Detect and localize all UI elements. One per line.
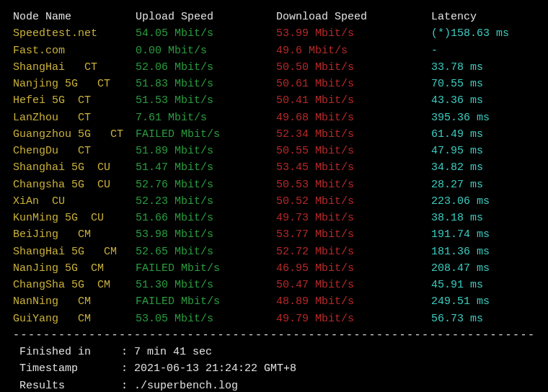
- footer-results-value: : ./superbench.log: [121, 378, 238, 393]
- cell-download: 49.6 Mbit/s: [276, 43, 431, 59]
- cell-upload: 52.76 Mbit/s: [136, 177, 276, 193]
- cell-upload: 54.05 Mbit/s: [136, 25, 276, 42]
- cell-latency: 181.36 ms: [431, 244, 535, 260]
- cell-download: 50.53 Mbit/s: [276, 177, 431, 193]
- table-row: ShangHai CT52.06 Mbit/s50.50 Mbit/s33.78…: [13, 59, 535, 76]
- cell-node: Hefei 5G CT: [13, 92, 136, 109]
- cell-node: Speedtest.net: [13, 25, 136, 42]
- cell-node: ShangHai 5G CM: [13, 244, 136, 260]
- cell-latency: -: [431, 43, 535, 59]
- cell-node: NanJing 5G CM: [13, 260, 136, 277]
- table-row: KunMing 5G CU51.66 Mbit/s49.73 Mbit/s38.…: [13, 210, 535, 226]
- table-row: NanNing CMFAILED Mbit/s48.89 Mbit/s249.5…: [13, 293, 535, 310]
- cell-upload: 53.98 Mbit/s: [136, 226, 276, 243]
- cell-upload: 52.23 Mbit/s: [136, 193, 276, 210]
- cell-node: XiAn CU: [13, 193, 136, 210]
- table-row: Fast.com0.00 Mbit/s49.6 Mbit/s-: [13, 43, 535, 59]
- table-row: Nanjing 5G CT51.83 Mbit/s50.61 Mbit/s70.…: [13, 76, 535, 92]
- table-row: Shanghai 5G CU51.47 Mbit/s53.45 Mbit/s34…: [13, 159, 535, 176]
- cell-download: 46.95 Mbit/s: [276, 260, 431, 277]
- cell-download: 50.61 Mbit/s: [276, 76, 431, 92]
- cell-latency: 38.18 ms: [431, 210, 535, 226]
- cell-upload: FAILED Mbit/s: [136, 293, 276, 310]
- cell-download: 53.99 Mbit/s: [276, 25, 431, 42]
- cell-node: Guangzhou 5G CT: [13, 126, 136, 143]
- cell-latency: 395.36 ms: [431, 110, 535, 126]
- cell-download: 49.79 Mbit/s: [276, 311, 431, 327]
- cell-download: 53.45 Mbit/s: [276, 159, 431, 176]
- table-row: Hefei 5G CT51.53 Mbit/s50.41 Mbit/s43.36…: [13, 92, 535, 109]
- cell-upload: 52.06 Mbit/s: [136, 59, 276, 76]
- cell-latency: 33.78 ms: [431, 59, 535, 76]
- footer-finished: Finished in : 7 min 41 sec: [13, 344, 535, 360]
- cell-latency: 43.36 ms: [431, 92, 535, 109]
- cell-download: 49.68 Mbit/s: [276, 110, 431, 126]
- footer-timestamp-label: Timestamp: [13, 360, 121, 377]
- cell-node: Changsha 5G CU: [13, 177, 136, 193]
- cell-node: KunMing 5G CU: [13, 210, 136, 226]
- header-node: Node Name: [13, 9, 136, 25]
- footer-results: Results : ./superbench.log: [13, 378, 535, 393]
- cell-download: 48.89 Mbit/s: [276, 293, 431, 310]
- table-row: ChengDu CT51.89 Mbit/s50.55 Mbit/s47.95 …: [13, 143, 535, 159]
- cell-upload: 52.65 Mbit/s: [136, 244, 276, 260]
- cell-node: LanZhou CT: [13, 110, 136, 126]
- cell-node: BeiJing CM: [13, 226, 136, 243]
- cell-download: 50.52 Mbit/s: [276, 193, 431, 210]
- cell-latency: 249.51 ms: [431, 293, 535, 310]
- table-header: Node Name Upload Speed Download Speed La…: [13, 9, 535, 25]
- cell-download: 53.77 Mbit/s: [276, 226, 431, 243]
- table-row: Speedtest.net54.05 Mbit/s53.99 Mbit/s(*)…: [13, 25, 535, 42]
- cell-upload: FAILED Mbit/s: [136, 260, 276, 277]
- cell-node: Fast.com: [13, 43, 136, 59]
- footer-timestamp: Timestamp : 2021-06-13 21:24:22 GMT+8: [13, 360, 535, 377]
- cell-upload: 51.47 Mbit/s: [136, 159, 276, 176]
- cell-download: 50.55 Mbit/s: [276, 143, 431, 159]
- cell-upload: 51.66 Mbit/s: [136, 210, 276, 226]
- table-row: Changsha 5G CU52.76 Mbit/s50.53 Mbit/s28…: [13, 177, 535, 193]
- table-row: GuiYang CM53.05 Mbit/s49.79 Mbit/s56.73 …: [13, 311, 535, 327]
- cell-download: 50.50 Mbit/s: [276, 59, 431, 76]
- cell-node: GuiYang CM: [13, 311, 136, 327]
- table-row: Guangzhou 5G CTFAILED Mbit/s52.34 Mbit/s…: [13, 126, 535, 143]
- footer-finished-value: : 7 min 41 sec: [121, 344, 212, 360]
- header-upload: Upload Speed: [136, 9, 276, 25]
- cell-node: Shanghai 5G CU: [13, 159, 136, 176]
- cell-upload: 51.89 Mbit/s: [136, 143, 276, 159]
- cell-latency: 34.82 ms: [431, 159, 535, 176]
- cell-node: Nanjing 5G CT: [13, 76, 136, 92]
- divider: ----------------------------------------…: [13, 327, 535, 344]
- cell-latency: 61.49 ms: [431, 126, 535, 143]
- cell-node: ChengDu CT: [13, 143, 136, 159]
- table-row: ChangSha 5G CM51.30 Mbit/s50.47 Mbit/s45…: [13, 277, 535, 293]
- table-row: XiAn CU52.23 Mbit/s50.52 Mbit/s223.06 ms: [13, 193, 535, 210]
- cell-upload: 53.05 Mbit/s: [136, 311, 276, 327]
- cell-latency: (*)158.63 ms: [431, 25, 535, 42]
- cell-node: ChangSha 5G CM: [13, 277, 136, 293]
- cell-download: 52.34 Mbit/s: [276, 126, 431, 143]
- cell-latency: 45.91 ms: [431, 277, 535, 293]
- cell-download: 50.41 Mbit/s: [276, 92, 431, 109]
- table-row: NanJing 5G CMFAILED Mbit/s46.95 Mbit/s20…: [13, 260, 535, 277]
- table-row: LanZhou CT7.61 Mbit/s49.68 Mbit/s395.36 …: [13, 110, 535, 126]
- cell-download: 49.73 Mbit/s: [276, 210, 431, 226]
- header-latency: Latency: [431, 9, 535, 25]
- cell-latency: 56.73 ms: [431, 311, 535, 327]
- table-body: Speedtest.net54.05 Mbit/s53.99 Mbit/s(*)…: [13, 25, 535, 327]
- cell-latency: 28.27 ms: [431, 177, 535, 193]
- cell-latency: 208.47 ms: [431, 260, 535, 277]
- table-row: BeiJing CM53.98 Mbit/s53.77 Mbit/s191.74…: [13, 226, 535, 243]
- header-download: Download Speed: [276, 9, 431, 25]
- cell-upload: 0.00 Mbit/s: [136, 43, 276, 59]
- cell-upload: 7.61 Mbit/s: [136, 110, 276, 126]
- cell-download: 50.47 Mbit/s: [276, 277, 431, 293]
- cell-download: 52.72 Mbit/s: [276, 244, 431, 260]
- cell-node: ShangHai CT: [13, 59, 136, 76]
- footer-timestamp-value: : 2021-06-13 21:24:22 GMT+8: [121, 360, 296, 377]
- cell-upload: 51.53 Mbit/s: [136, 92, 276, 109]
- cell-upload: FAILED Mbit/s: [136, 126, 276, 143]
- cell-latency: 191.74 ms: [431, 226, 535, 243]
- cell-latency: 70.55 ms: [431, 76, 535, 92]
- cell-upload: 51.83 Mbit/s: [136, 76, 276, 92]
- cell-node: NanNing CM: [13, 293, 136, 310]
